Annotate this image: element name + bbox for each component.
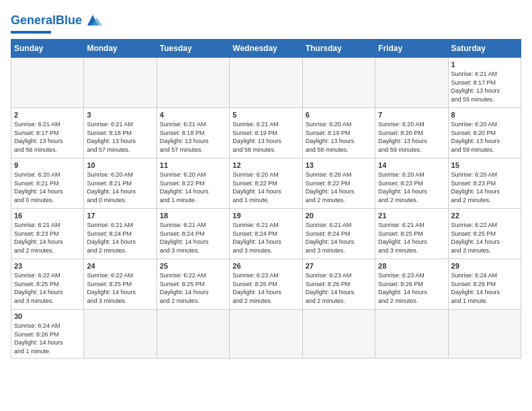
calendar-cell bbox=[302, 58, 375, 108]
calendar-cell: 11Sunrise: 6:20 AM Sunset: 8:22 PM Dayli… bbox=[157, 158, 229, 209]
day-number: 19 bbox=[232, 212, 299, 220]
day-number: 14 bbox=[378, 161, 445, 169]
calendar-cell: 20Sunrise: 6:21 AM Sunset: 8:24 PM Dayli… bbox=[302, 209, 375, 259]
calendar-cell: 30Sunrise: 6:24 AM Sunset: 8:26 PM Dayli… bbox=[11, 310, 84, 359]
calendar-cell: 6Sunrise: 6:20 AM Sunset: 8:19 PM Daylig… bbox=[302, 108, 375, 158]
day-number: 25 bbox=[160, 262, 226, 270]
day-info: Sunrise: 6:24 AM Sunset: 8:26 PM Dayligh… bbox=[14, 322, 81, 355]
day-number: 21 bbox=[378, 212, 445, 220]
weekday-header-monday: Monday bbox=[84, 40, 157, 58]
day-info: Sunrise: 6:22 AM Sunset: 8:25 PM Dayligh… bbox=[14, 271, 81, 305]
week-row-4: 16Sunrise: 6:21 AM Sunset: 8:23 PM Dayli… bbox=[11, 209, 521, 259]
day-number: 18 bbox=[160, 212, 226, 220]
day-number: 4 bbox=[160, 111, 226, 119]
calendar-cell: 22Sunrise: 6:22 AM Sunset: 8:25 PM Dayli… bbox=[448, 209, 521, 259]
day-number: 29 bbox=[451, 262, 518, 270]
calendar: SundayMondayTuesdayWednesdayThursdayFrid… bbox=[11, 39, 521, 359]
weekday-header-row: SundayMondayTuesdayWednesdayThursdayFrid… bbox=[11, 40, 521, 58]
day-number: 11 bbox=[160, 161, 226, 169]
calendar-cell bbox=[84, 310, 157, 359]
calendar-cell: 21Sunrise: 6:21 AM Sunset: 8:25 PM Dayli… bbox=[375, 209, 448, 259]
calendar-cell: 7Sunrise: 6:20 AM Sunset: 8:20 PM Daylig… bbox=[375, 108, 448, 158]
day-number: 28 bbox=[378, 262, 445, 270]
weekday-header-tuesday: Tuesday bbox=[157, 40, 229, 58]
day-number: 17 bbox=[87, 212, 153, 220]
logo-blue: Blue bbox=[56, 13, 82, 27]
day-number: 16 bbox=[14, 212, 81, 220]
calendar-cell: 29Sunrise: 6:24 AM Sunset: 8:26 PM Dayli… bbox=[448, 259, 521, 310]
day-number: 30 bbox=[14, 312, 81, 320]
day-info: Sunrise: 6:21 AM Sunset: 8:17 PM Dayligh… bbox=[14, 120, 81, 154]
logo-bar bbox=[11, 31, 51, 34]
day-number: 7 bbox=[378, 111, 445, 119]
day-info: Sunrise: 6:20 AM Sunset: 8:22 PM Dayligh… bbox=[306, 171, 372, 204]
calendar-cell: 19Sunrise: 6:21 AM Sunset: 8:24 PM Dayli… bbox=[230, 209, 302, 259]
calendar-cell: 5Sunrise: 6:21 AM Sunset: 8:19 PM Daylig… bbox=[230, 108, 302, 158]
calendar-cell: 10Sunrise: 6:20 AM Sunset: 8:21 PM Dayli… bbox=[84, 158, 157, 209]
calendar-cell: 24Sunrise: 6:22 AM Sunset: 8:25 PM Dayli… bbox=[84, 259, 157, 310]
week-row-2: 2Sunrise: 6:21 AM Sunset: 8:17 PM Daylig… bbox=[11, 108, 521, 158]
day-info: Sunrise: 6:21 AM Sunset: 8:18 PM Dayligh… bbox=[87, 120, 153, 154]
day-number: 13 bbox=[306, 161, 372, 169]
day-number: 22 bbox=[451, 212, 518, 220]
day-number: 23 bbox=[14, 262, 81, 270]
week-row-3: 9Sunrise: 6:20 AM Sunset: 8:21 PM Daylig… bbox=[11, 158, 521, 209]
calendar-cell: 3Sunrise: 6:21 AM Sunset: 8:18 PM Daylig… bbox=[84, 108, 157, 158]
day-info: Sunrise: 6:24 AM Sunset: 8:26 PM Dayligh… bbox=[451, 271, 518, 305]
calendar-cell bbox=[302, 310, 375, 359]
calendar-cell: 13Sunrise: 6:20 AM Sunset: 8:22 PM Dayli… bbox=[302, 158, 375, 209]
week-row-5: 23Sunrise: 6:22 AM Sunset: 8:25 PM Dayli… bbox=[11, 259, 521, 310]
calendar-cell bbox=[375, 58, 448, 108]
day-info: Sunrise: 6:21 AM Sunset: 8:24 PM Dayligh… bbox=[306, 221, 372, 255]
calendar-cell: 16Sunrise: 6:21 AM Sunset: 8:23 PM Dayli… bbox=[11, 209, 84, 259]
day-info: Sunrise: 6:20 AM Sunset: 8:20 PM Dayligh… bbox=[451, 120, 518, 154]
calendar-cell bbox=[230, 58, 302, 108]
weekday-header-thursday: Thursday bbox=[302, 40, 375, 58]
day-info: Sunrise: 6:20 AM Sunset: 8:21 PM Dayligh… bbox=[87, 171, 153, 204]
day-number: 8 bbox=[451, 111, 518, 119]
logo-general: General bbox=[11, 13, 56, 27]
day-info: Sunrise: 6:20 AM Sunset: 8:19 PM Dayligh… bbox=[306, 120, 372, 154]
day-info: Sunrise: 6:21 AM Sunset: 8:24 PM Dayligh… bbox=[160, 221, 226, 255]
calendar-cell: 9Sunrise: 6:20 AM Sunset: 8:21 PM Daylig… bbox=[11, 158, 84, 209]
day-info: Sunrise: 6:20 AM Sunset: 8:22 PM Dayligh… bbox=[232, 171, 299, 204]
logo-text: GeneralBlue bbox=[11, 13, 82, 28]
calendar-cell: 27Sunrise: 6:23 AM Sunset: 8:26 PM Dayli… bbox=[302, 259, 375, 310]
week-row-1: 1Sunrise: 6:21 AM Sunset: 8:17 PM Daylig… bbox=[11, 58, 521, 108]
day-info: Sunrise: 6:21 AM Sunset: 8:24 PM Dayligh… bbox=[232, 221, 299, 255]
day-info: Sunrise: 6:21 AM Sunset: 8:17 PM Dayligh… bbox=[451, 70, 518, 103]
logo: GeneralBlue bbox=[11, 11, 102, 34]
day-info: Sunrise: 6:23 AM Sunset: 8:25 PM Dayligh… bbox=[232, 271, 299, 305]
day-number: 1 bbox=[451, 60, 518, 68]
day-info: Sunrise: 6:22 AM Sunset: 8:25 PM Dayligh… bbox=[160, 271, 226, 305]
weekday-header-wednesday: Wednesday bbox=[230, 40, 302, 58]
day-number: 15 bbox=[451, 161, 518, 169]
weekday-header-sunday: Sunday bbox=[11, 40, 84, 58]
calendar-cell: 28Sunrise: 6:23 AM Sunset: 8:26 PM Dayli… bbox=[375, 259, 448, 310]
calendar-cell bbox=[157, 310, 229, 359]
calendar-cell: 8Sunrise: 6:20 AM Sunset: 8:20 PM Daylig… bbox=[448, 108, 521, 158]
day-info: Sunrise: 6:21 AM Sunset: 8:25 PM Dayligh… bbox=[378, 221, 445, 255]
day-info: Sunrise: 6:22 AM Sunset: 8:25 PM Dayligh… bbox=[87, 271, 153, 305]
week-row-6: 30Sunrise: 6:24 AM Sunset: 8:26 PM Dayli… bbox=[11, 310, 521, 359]
calendar-cell: 2Sunrise: 6:21 AM Sunset: 8:17 PM Daylig… bbox=[11, 108, 84, 158]
calendar-cell: 4Sunrise: 6:21 AM Sunset: 8:18 PM Daylig… bbox=[157, 108, 229, 158]
day-number: 20 bbox=[306, 212, 372, 220]
header: GeneralBlue bbox=[11, 11, 521, 34]
calendar-cell: 26Sunrise: 6:23 AM Sunset: 8:25 PM Dayli… bbox=[230, 259, 302, 310]
day-number: 24 bbox=[87, 262, 153, 270]
day-info: Sunrise: 6:20 AM Sunset: 8:23 PM Dayligh… bbox=[451, 171, 518, 204]
day-number: 12 bbox=[232, 161, 299, 169]
day-info: Sunrise: 6:20 AM Sunset: 8:23 PM Dayligh… bbox=[378, 171, 445, 204]
day-info: Sunrise: 6:20 AM Sunset: 8:20 PM Dayligh… bbox=[378, 120, 445, 154]
calendar-cell: 14Sunrise: 6:20 AM Sunset: 8:23 PM Dayli… bbox=[375, 158, 448, 209]
day-number: 9 bbox=[14, 161, 81, 169]
calendar-cell: 17Sunrise: 6:21 AM Sunset: 8:24 PM Dayli… bbox=[84, 209, 157, 259]
day-info: Sunrise: 6:21 AM Sunset: 8:18 PM Dayligh… bbox=[160, 120, 226, 154]
calendar-cell: 18Sunrise: 6:21 AM Sunset: 8:24 PM Dayli… bbox=[157, 209, 229, 259]
calendar-cell: 15Sunrise: 6:20 AM Sunset: 8:23 PM Dayli… bbox=[448, 158, 521, 209]
day-number: 6 bbox=[306, 111, 372, 119]
day-number: 27 bbox=[306, 262, 372, 270]
weekday-header-saturday: Saturday bbox=[448, 40, 521, 58]
day-info: Sunrise: 6:21 AM Sunset: 8:19 PM Dayligh… bbox=[232, 120, 299, 154]
